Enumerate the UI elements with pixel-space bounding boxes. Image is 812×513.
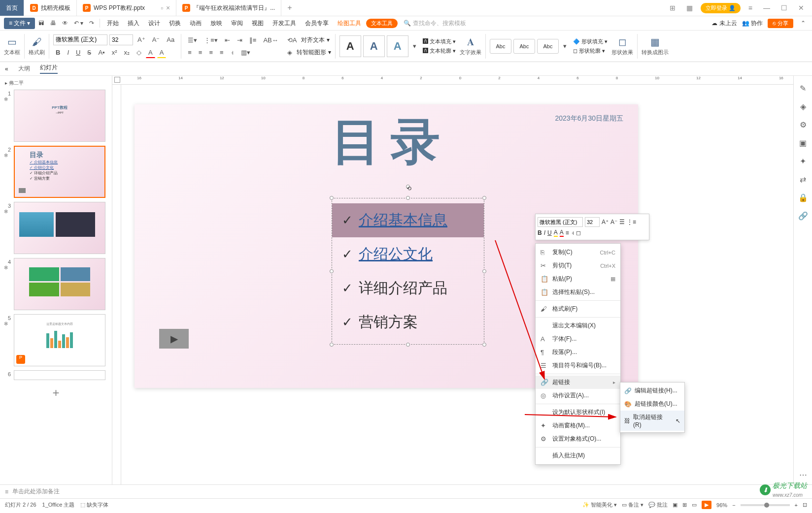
font-color-button[interactable]: A <box>146 47 155 58</box>
mini-font-color[interactable]: A <box>560 229 564 237</box>
justify-icon[interactable]: ≡ <box>217 47 226 58</box>
notes-bar[interactable]: ≡ 单击此处添加备注 <box>0 484 812 498</box>
ruler-origin-icon[interactable] <box>114 77 120 83</box>
undo-icon[interactable]: ↶ ▾ <box>71 18 86 28</box>
convert-diagram-button[interactable]: ▦转换成图示 <box>642 36 669 56</box>
numbering-icon[interactable]: ⋮≡▾ <box>202 35 220 45</box>
subscript-button[interactable]: x₂ <box>122 47 133 58</box>
shape-style-3[interactable]: Abc <box>537 39 559 54</box>
align-center-icon[interactable]: ≡ <box>196 47 205 58</box>
comments-toggle[interactable]: 💬 批注 <box>648 501 668 509</box>
slide-panel[interactable]: ▸ 弗二平 1✻ PPT教程--PPT 2✻ 目录✓ 介绍基本信息✓ 介绍公文化… <box>0 76 112 484</box>
menu-paste[interactable]: 📋粘贴(P)▦ <box>536 272 620 286</box>
notes-toggle[interactable]: ▭ 备注 ▾ <box>622 501 643 509</box>
menu-copy[interactable]: ⎘复制(C)Ctrl+C <box>536 246 620 259</box>
menu-slideshow[interactable]: 放映 <box>206 17 226 30</box>
collab-button[interactable]: 👥 协作 <box>742 19 763 28</box>
slide-thumb-3[interactable]: 3✻ <box>0 200 112 256</box>
login-button[interactable]: 立即登录👤 <box>701 3 741 13</box>
superscript-button[interactable]: x² <box>109 47 120 58</box>
list-item[interactable]: ✓详细介绍产品 <box>332 271 484 305</box>
cloud-button[interactable]: ☁ 未上云 <box>711 19 737 28</box>
redo-icon[interactable]: ↷ <box>87 18 97 28</box>
add-slide-button[interactable]: + <box>0 382 112 404</box>
slideshow-button[interactable]: ▶ <box>702 501 711 509</box>
beautify-button[interactable]: ✨ 智能美化 ▾ <box>582 501 617 509</box>
clear-format-button[interactable]: ◇ <box>134 47 144 58</box>
mini-bold[interactable]: B <box>538 229 542 236</box>
smart-art-icon[interactable]: ◈ <box>285 47 295 58</box>
menu-anim-pane[interactable]: ✦动画窗格(M)... <box>536 419 620 432</box>
menu-member[interactable]: 会员专享 <box>301 17 333 30</box>
slide-thumb-2[interactable]: 2✻ 目录✓ 介绍基本信息✓ 介绍公文化✓ 详细介绍产品✓ 营销方案 <box>0 144 112 200</box>
decrease-indent-icon[interactable]: ⇤ <box>222 35 233 45</box>
shape-style-2[interactable]: Abc <box>513 39 535 54</box>
menu-font[interactable]: A字体(F)... <box>536 332 620 346</box>
menu-devtools[interactable]: 开发工具 <box>269 17 300 30</box>
mini-font-select[interactable] <box>538 217 583 227</box>
mini-highlight[interactable]: A <box>554 229 558 237</box>
expand-icon[interactable]: ⌃ <box>798 18 808 28</box>
diamond-icon[interactable]: ◈ <box>800 102 806 111</box>
style-more-icon[interactable]: ▾ <box>410 41 419 51</box>
menu-cut[interactable]: ✂剪切(T)Ctrl+X <box>536 259 620 272</box>
tab-home[interactable]: 首页 <box>0 0 24 16</box>
align-left-icon[interactable]: ≡ <box>185 47 194 58</box>
text-effect-button[interactable]: 𝐀文字效果 <box>460 36 481 56</box>
zoom-slider[interactable] <box>741 504 790 506</box>
slide-thumb-4[interactable]: 4✻ <box>0 256 112 312</box>
menu-paragraph[interactable]: ¶段落(P)... <box>536 346 620 359</box>
close-icon[interactable]: × <box>166 4 170 12</box>
text-highlight-button[interactable]: A <box>157 47 167 58</box>
view-sorter-icon[interactable]: ⊞ <box>682 502 687 508</box>
slide-thumb-6[interactable]: 6 <box>0 368 112 382</box>
char-spacing-icon[interactable]: AB↔ <box>261 35 280 45</box>
mini-underline[interactable]: U <box>547 229 552 236</box>
shape-effect-button[interactable]: ◻形状效果 <box>611 36 633 56</box>
menu-draw-tool[interactable]: 绘图工具 <box>334 17 365 30</box>
lock-icon[interactable]: 🔒 <box>798 193 808 202</box>
save-icon[interactable]: 🖬 <box>36 18 47 28</box>
menu-bullets[interactable]: ☰项目符号和编号(B)... <box>536 359 620 372</box>
share-button[interactable]: ⎋ 分享 <box>768 19 793 28</box>
distribute-icon[interactable]: ⫞ <box>228 47 237 58</box>
menu-animation[interactable]: 动画 <box>186 17 205 30</box>
menu-start[interactable]: 开始 <box>103 17 123 30</box>
bullets-icon[interactable]: ☰▾ <box>185 35 200 45</box>
text-fill-button[interactable]: 🅰 文本填充 ▾ <box>423 38 456 45</box>
new-tab-button[interactable]: + <box>281 0 298 16</box>
text-direction-icon[interactable]: ⟲A <box>285 35 300 45</box>
textbox-button[interactable]: ▭文本框 <box>4 36 20 56</box>
font-select[interactable] <box>53 34 107 45</box>
menu-format-obj[interactable]: ⚙设置对象格式(O)... <box>536 432 620 446</box>
close-window-button[interactable]: ✕ <box>795 4 807 12</box>
transition-icon[interactable]: ⇄ <box>800 175 806 184</box>
increase-indent-icon[interactable]: ⇥ <box>235 35 245 45</box>
slide-title[interactable]: 目录 <box>332 109 450 176</box>
play-shape[interactable]: ▶ <box>159 329 189 349</box>
fit-button[interactable]: ⊡ <box>803 502 807 508</box>
menu-text-tool[interactable]: 文本工具 <box>366 19 398 28</box>
shape-style-1[interactable]: Abc <box>490 39 511 54</box>
align-right-icon[interactable]: ≡ <box>206 47 215 58</box>
menu-transition[interactable]: 切换 <box>165 17 185 30</box>
line-spacing-icon[interactable]: ‖≡ <box>247 35 259 45</box>
menu-paste-special[interactable]: 📋选择性粘贴(S)... <box>536 286 620 299</box>
format-brush-button[interactable]: 🖌格式刷 <box>29 36 45 56</box>
collapse-panel-icon[interactable]: « <box>5 65 8 72</box>
file-menu[interactable]: ≡ 文件 ▾ <box>4 18 35 29</box>
menu-view[interactable]: 视图 <box>248 17 268 30</box>
list-item[interactable]: ✓介绍基本信息 <box>332 203 484 237</box>
layers-icon[interactable]: ▣ <box>799 138 807 148</box>
zoom-value[interactable]: 96% <box>716 502 727 508</box>
decrease-font-icon[interactable]: A⁻ <box>150 34 163 45</box>
menu-exit-edit[interactable]: 退出文本编辑(X) <box>536 319 620 332</box>
view-reading-icon[interactable]: ▭ <box>692 502 697 508</box>
shape-fill-button[interactable]: 🔷 形状填充 ▾ <box>573 38 608 45</box>
highlight-button[interactable]: A▪ <box>96 47 107 58</box>
mini-bullets-icon[interactable]: ☰ <box>619 219 625 225</box>
text-outline-button[interactable]: 🅰 文本轮廓 ▾ <box>423 47 456 55</box>
mini-size-select[interactable] <box>585 217 600 227</box>
submenu-edit-link[interactable]: 🔗编辑超链接(H)... <box>620 384 684 397</box>
more-icon[interactable]: ⋯ <box>799 470 807 480</box>
